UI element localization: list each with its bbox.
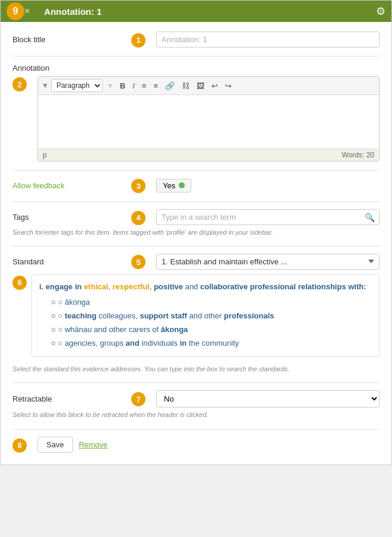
- standard-detail-badge: 6: [12, 276, 27, 290]
- remove-button[interactable]: Remove: [79, 440, 108, 449]
- toolbar-ul-btn[interactable]: ≡: [140, 80, 149, 91]
- toolbar-paragraph-select[interactable]: Paragraph: [51, 79, 103, 92]
- toolbar-bold-btn[interactable]: B: [118, 80, 128, 91]
- standard-label: Standard: [12, 257, 131, 266]
- block-title-label: Block title: [12, 31, 131, 44]
- editor-footer: p Words: 20: [38, 149, 379, 161]
- actions-row: 8 Save Remove: [12, 437, 380, 453]
- retractable-label: Retractable: [12, 394, 131, 403]
- block-title-input[interactable]: [156, 31, 380, 48]
- standard-detail-item-1: ○ ākonga: [51, 296, 372, 309]
- header-badge: 9: [7, 2, 24, 20]
- block-title-badge: 1: [131, 33, 146, 48]
- standard-select[interactable]: 1. Establish and maintain effective ...: [156, 254, 380, 270]
- annotation-panel: 9 × Annotation: 1 ⚙ Block title 1 Annota…: [0, 0, 392, 465]
- panel-body: Block title 1 Annotation 2 ▼ Paragraph: [1, 22, 391, 465]
- feedback-dot: [179, 182, 185, 188]
- panel-header: 9 × Annotation: 1 ⚙: [1, 1, 391, 22]
- actions-badge: 8: [12, 438, 27, 453]
- annotation-badge: 2: [12, 77, 27, 91]
- divider-6: [12, 429, 380, 429]
- divider-4: [12, 246, 380, 247]
- search-icon: 🔍: [365, 213, 375, 222]
- annotation-section: Annotation 2 ▼ Paragraph ▼ B I ≡ ≡ 🔗: [12, 64, 380, 162]
- toolbar-image-btn[interactable]: 🖼: [194, 80, 207, 91]
- annotation-label: Annotation: [12, 64, 380, 72]
- divider-2: [12, 170, 380, 170]
- retractable-badge: 7: [131, 392, 146, 406]
- standard-detail-intro: i. engage in ethical, respectful, positi…: [39, 281, 372, 293]
- toolbar-undo-btn[interactable]: ↩: [209, 80, 220, 91]
- tags-label: Tags: [12, 213, 131, 222]
- feedback-row: Allow feedback 3 Yes: [12, 178, 380, 193]
- standard-badge: 5: [131, 255, 146, 269]
- save-button[interactable]: Save: [37, 437, 73, 453]
- toolbar-unlink-btn[interactable]: ⛓: [179, 80, 192, 91]
- standard-detail-item-2: ○ teaching colleagues, support staff and…: [51, 310, 372, 323]
- block-title-row: Block title 1: [12, 31, 380, 48]
- feedback-text: Yes: [163, 181, 175, 190]
- feedback-badge: 3: [131, 179, 146, 193]
- toolbar-dropdown-arrow[interactable]: ▼: [42, 81, 49, 90]
- divider-5: [12, 383, 380, 383]
- standard-row: Standard 5 1. Establish and maintain eff…: [12, 254, 380, 270]
- standard-help-text: Select the standard this evidence addres…: [12, 364, 380, 374]
- tags-badge: 4: [131, 211, 146, 225]
- editor-content-area[interactable]: [38, 95, 379, 149]
- feedback-label: Allow feedback: [12, 181, 131, 190]
- retractable-row: Retractable 7 No Yes: [12, 390, 380, 408]
- gear-icon[interactable]: ⚙: [376, 5, 385, 18]
- standard-detail: i. engage in ethical, respectful, positi…: [31, 274, 380, 358]
- retractable-help-text: Select to allow this block to be retract…: [12, 410, 380, 420]
- toolbar-redo-btn[interactable]: ↪: [223, 80, 234, 91]
- editor-toolbar: ▼ Paragraph ▼ B I ≡ ≡ 🔗 ⛓ 🖼 ↩ ↪: [38, 77, 379, 95]
- standard-detail-item-4: ○ agencies, groups and individuals in th…: [51, 337, 372, 350]
- divider-3: [12, 201, 380, 202]
- feedback-value: Yes: [156, 179, 191, 192]
- toolbar-link-btn[interactable]: 🔗: [163, 80, 177, 91]
- close-icon[interactable]: ×: [24, 6, 30, 17]
- toolbar-ol-btn[interactable]: ≡: [151, 80, 160, 91]
- standard-detail-list: ○ ākonga ○ teaching colleagues, support …: [39, 296, 372, 349]
- divider-1: [12, 56, 380, 56]
- standard-detail-item-3: ○ whānau and other carers of ākonga: [51, 324, 372, 336]
- annotation-editor[interactable]: ▼ Paragraph ▼ B I ≡ ≡ 🔗 ⛓ 🖼 ↩ ↪: [37, 76, 380, 162]
- tags-row: Tags 4 🔍: [12, 209, 380, 225]
- tags-search-input[interactable]: [156, 209, 380, 225]
- header-title: Annotation: 1: [44, 7, 376, 17]
- tags-help-text: Search for/enter tags for this item. Ite…: [12, 228, 380, 238]
- retractable-select[interactable]: No Yes: [156, 390, 380, 408]
- editor-word-count: Words: 20: [342, 151, 374, 159]
- toolbar-italic-btn[interactable]: I: [130, 80, 137, 91]
- editor-tag: p: [43, 151, 47, 159]
